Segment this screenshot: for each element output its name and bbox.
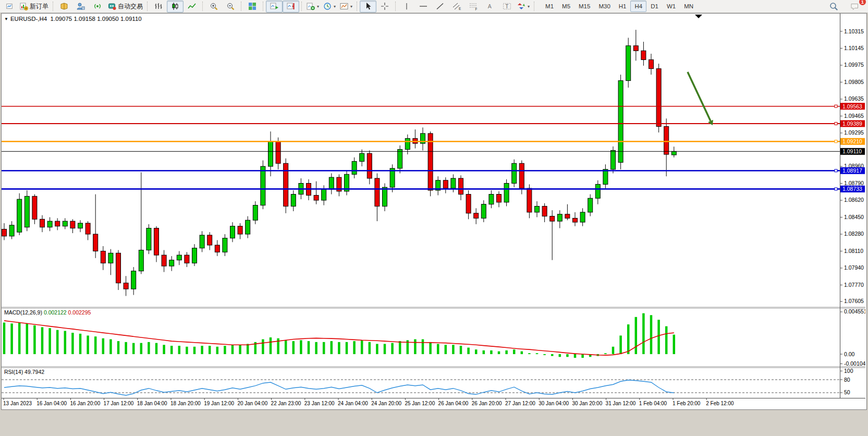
timeframe-h4-button[interactable]: H4 bbox=[630, 1, 646, 12]
svg-text:1.08110: 1.08110 bbox=[844, 248, 863, 254]
tile-windows-button[interactable] bbox=[244, 1, 261, 13]
arrows-button[interactable]: ▾ bbox=[515, 1, 532, 13]
horizontal-line-icon bbox=[419, 2, 427, 10]
svg-text:1.09389: 1.09389 bbox=[842, 120, 862, 127]
trendline-icon bbox=[436, 2, 444, 10]
chart-menu-triangle-icon[interactable]: ▼ bbox=[4, 17, 8, 21]
svg-text:1.08917: 1.08917 bbox=[842, 167, 862, 174]
auto-trading-button[interactable]: 自动交易 bbox=[106, 1, 145, 13]
scroll-marker-triangle bbox=[695, 15, 702, 18]
svg-text:0.004551: 0.004551 bbox=[844, 308, 865, 314]
svg-text:1.09295: 1.09295 bbox=[844, 129, 864, 136]
bar-chart-icon bbox=[154, 2, 163, 10]
ohlc-close: 1.09110 bbox=[120, 16, 142, 22]
indicator-axes: 0.0045510.00-0.0010431008050 bbox=[840, 308, 865, 395]
macd-name: MACD(12,26,9) bbox=[4, 309, 42, 316]
svg-text:1.09805: 1.09805 bbox=[844, 79, 864, 85]
signal-icon bbox=[93, 2, 102, 10]
separator bbox=[395, 2, 396, 11]
auto-trading-label: 自动交易 bbox=[118, 2, 143, 11]
svg-text:13 Jan 2023: 13 Jan 2023 bbox=[3, 401, 32, 406]
trendline-button[interactable] bbox=[432, 1, 448, 13]
periods-button[interactable]: ▾ bbox=[321, 1, 338, 13]
separator bbox=[263, 2, 264, 11]
search-icon bbox=[829, 2, 838, 11]
svg-text:18 Jan 04:00: 18 Jan 04:00 bbox=[137, 401, 167, 406]
tile-windows-icon bbox=[248, 2, 256, 10]
svg-text:24 Jan 20:00: 24 Jan 20:00 bbox=[371, 401, 401, 406]
rsi-name: RSI(14) bbox=[4, 369, 23, 375]
text-label-button[interactable]: T bbox=[498, 1, 515, 13]
svg-text:1.09465: 1.09465 bbox=[844, 113, 864, 119]
signal-button[interactable] bbox=[89, 1, 106, 13]
candlestick-chart-icon bbox=[171, 2, 179, 10]
candlestick-chart-button[interactable] bbox=[167, 1, 184, 13]
new-chart-button[interactable]: ▾ bbox=[304, 1, 321, 13]
svg-text:25 Jan 12:00: 25 Jan 12:00 bbox=[405, 401, 435, 406]
zoom-in-icon bbox=[210, 2, 218, 10]
chat-bubble-icon bbox=[850, 2, 859, 10]
auto-scroll-button[interactable] bbox=[266, 1, 283, 13]
new-order-button[interactable]: 新订单 bbox=[18, 1, 51, 13]
search-button[interactable] bbox=[825, 1, 842, 13]
crosshair-icon bbox=[381, 2, 389, 10]
notifications-button[interactable]: 1 bbox=[846, 1, 863, 13]
rsi-value: 49.7942 bbox=[25, 369, 44, 375]
svg-text:20 Jan 04:00: 20 Jan 04:00 bbox=[237, 401, 267, 406]
ohlc-low: 1.09050 bbox=[97, 16, 119, 22]
separator bbox=[53, 2, 54, 11]
separator bbox=[534, 2, 535, 11]
svg-text:30 Jan 20:00: 30 Jan 20:00 bbox=[572, 401, 602, 406]
vertical-line-button[interactable] bbox=[398, 1, 415, 13]
crosshair-button[interactable] bbox=[376, 1, 393, 13]
svg-text:19 Jan 12:00: 19 Jan 12:00 bbox=[204, 401, 234, 406]
new-chart-icon bbox=[307, 2, 315, 10]
chart-canvas[interactable]: 1.103151.101451.099751.098051.096351.094… bbox=[2, 14, 865, 408]
svg-text:23 Jan 12:00: 23 Jan 12:00 bbox=[304, 401, 335, 406]
ohlc-high: 1.09158 bbox=[74, 16, 95, 22]
svg-text:1.08733: 1.08733 bbox=[842, 186, 862, 192]
templates-button[interactable]: ▾ bbox=[338, 1, 354, 13]
profile-button[interactable] bbox=[72, 1, 89, 13]
mt4-terminal: 新订单 自动交易 bbox=[0, 0, 868, 436]
equidistant-channel-button[interactable]: E bbox=[448, 1, 465, 13]
svg-text:1.07940: 1.07940 bbox=[844, 264, 864, 271]
fibonacci-button[interactable]: F bbox=[465, 1, 482, 13]
line-chart-button[interactable] bbox=[184, 1, 200, 13]
svg-text:2 Feb 12:00: 2 Feb 12:00 bbox=[706, 401, 734, 406]
separator bbox=[241, 2, 242, 11]
timeframe-m1-button[interactable]: M1 bbox=[541, 1, 558, 12]
timeframe-m5-button[interactable]: M5 bbox=[558, 1, 574, 12]
charts-book-button[interactable] bbox=[56, 1, 72, 13]
cursor-button[interactable] bbox=[360, 1, 376, 13]
text-button[interactable]: A bbox=[482, 1, 498, 13]
timeframe-h1-button[interactable]: H1 bbox=[615, 1, 631, 12]
timeframe-w1-button[interactable]: W1 bbox=[663, 1, 680, 12]
chart-frame bbox=[2, 14, 865, 398]
line-chart-icon bbox=[188, 2, 196, 10]
svg-text:26 Jan 20:00: 26 Jan 20:00 bbox=[472, 401, 502, 406]
bar-chart-button[interactable] bbox=[150, 1, 167, 13]
svg-text:100: 100 bbox=[844, 368, 853, 374]
chevron-down-icon: ▾ bbox=[334, 4, 336, 9]
timeframe-m30-button[interactable]: M30 bbox=[594, 1, 614, 12]
chart-window[interactable]: 1.103151.101451.099751.098051.096351.094… bbox=[1, 13, 867, 410]
svg-text:27 Jan 12:00: 27 Jan 12:00 bbox=[505, 401, 535, 406]
chart-shift-button[interactable] bbox=[283, 1, 299, 13]
window-menu-icon[interactable] bbox=[1, 1, 18, 13]
timeframe-mn-button[interactable]: MN bbox=[680, 1, 698, 12]
zoom-in-button[interactable] bbox=[205, 1, 222, 13]
fibonacci-icon: F bbox=[469, 2, 478, 10]
vertical-line-icon bbox=[403, 2, 410, 10]
macd-main-value: 0.002122 bbox=[44, 309, 67, 316]
svg-text:50: 50 bbox=[844, 389, 850, 395]
arrows-icon bbox=[517, 2, 525, 10]
timeframe-m15-button[interactable]: M15 bbox=[574, 1, 594, 12]
chart-shift-icon bbox=[287, 2, 296, 10]
timeframe-d1-button[interactable]: D1 bbox=[646, 1, 663, 12]
horizontal-line-button[interactable] bbox=[415, 1, 432, 13]
time-axis: 13 Jan 202316 Jan 04:0016 Jan 20:0017 Ja… bbox=[3, 398, 734, 406]
price-axis: 1.103151.101451.099751.098051.096351.094… bbox=[840, 28, 864, 305]
svg-text:31 Jan 12:00: 31 Jan 12:00 bbox=[606, 401, 636, 406]
zoom-out-button[interactable] bbox=[222, 1, 239, 13]
